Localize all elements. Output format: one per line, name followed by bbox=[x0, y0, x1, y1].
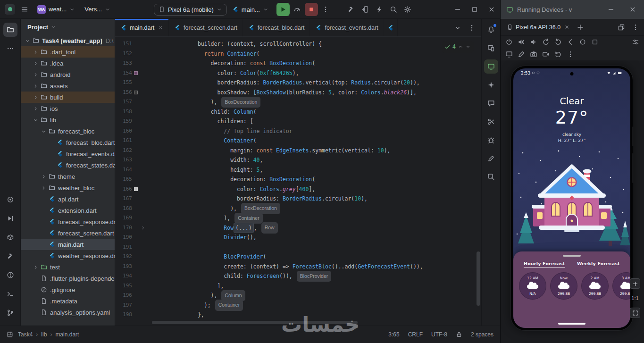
caret-position[interactable]: 3:65 bbox=[388, 331, 399, 338]
editor-tab[interactable]: forecast_screen.dart bbox=[169, 19, 243, 36]
main-menu-button[interactable] bbox=[18, 3, 31, 16]
run-button[interactable] bbox=[276, 3, 290, 16]
project-tree-item[interactable]: weather_response.dart bbox=[21, 250, 115, 261]
screenshot-button[interactable] bbox=[528, 49, 539, 59]
forecast-tab[interactable]: Hourly Forecast bbox=[524, 261, 565, 268]
rotate-right-button[interactable] bbox=[552, 37, 564, 47]
device-settings-button[interactable] bbox=[630, 37, 641, 47]
code-line[interactable]: 154color: Color(0xff664265), bbox=[115, 68, 481, 78]
project-tree-item[interactable]: .dart_tool bbox=[21, 46, 115, 58]
project-tree-item[interactable]: .flutter-plugins-dependencies bbox=[21, 273, 115, 284]
new-device-tab-button[interactable] bbox=[574, 21, 587, 34]
editor-tab[interactable]: forecast_bloc.dart bbox=[243, 19, 310, 36]
assistant-chat-button[interactable] bbox=[484, 96, 498, 110]
tree-chevron-icon[interactable] bbox=[24, 37, 32, 44]
line-number[interactable]: 196 bbox=[115, 291, 132, 301]
line-number[interactable]: 190 bbox=[115, 233, 132, 243]
project-panel-header[interactable]: Project bbox=[21, 19, 115, 35]
project-tree-item[interactable]: forecast_events.dart bbox=[21, 148, 115, 159]
project-tree-item[interactable]: forecast_states.dart bbox=[21, 159, 115, 171]
rd-minimize-button[interactable] bbox=[604, 3, 618, 16]
screen-record-button[interactable] bbox=[540, 49, 552, 59]
line-number[interactable]: 151 bbox=[115, 39, 132, 49]
line-number[interactable]: 194 bbox=[115, 271, 132, 281]
code-line[interactable]: 198}, bbox=[115, 310, 481, 320]
editor-tab[interactable] bbox=[384, 19, 398, 36]
tab-close-icon[interactable] bbox=[158, 25, 163, 30]
forecast-bottom-sheet[interactable]: Hourly ForecastWeekly Forecast 12 AMN/AN… bbox=[513, 251, 630, 328]
encoding[interactable]: UTF-8 bbox=[431, 331, 447, 338]
hidden-tabs-button[interactable] bbox=[451, 21, 464, 34]
tab-options-button[interactable] bbox=[465, 21, 478, 34]
code-line[interactable]: 163width: 40, bbox=[115, 155, 481, 165]
rd-options-button[interactable] bbox=[629, 21, 642, 34]
line-number[interactable]: 156 bbox=[115, 88, 132, 98]
line-number[interactable]: 152 bbox=[115, 49, 132, 59]
stop-button[interactable] bbox=[305, 3, 318, 16]
line-number[interactable]: 154 bbox=[115, 68, 132, 78]
code-line[interactable]: 196),Column bbox=[115, 291, 481, 301]
profiler-button[interactable] bbox=[291, 3, 304, 16]
tool-window-layout-icon[interactable] bbox=[7, 331, 13, 338]
tree-chevron-icon[interactable] bbox=[40, 184, 48, 192]
logcat-button[interactable] bbox=[484, 151, 498, 166]
line-number[interactable]: 161 bbox=[115, 136, 132, 146]
more-tool-windows-button[interactable] bbox=[3, 42, 17, 56]
tree-chevron-icon[interactable] bbox=[40, 127, 48, 135]
stylus-input-button[interactable] bbox=[516, 49, 527, 59]
home-indicator[interactable] bbox=[558, 323, 585, 325]
code-line[interactable]: 170Row(...),Row bbox=[115, 223, 481, 233]
breadcrumb-item[interactable]: Task4 bbox=[18, 331, 33, 338]
code-line[interactable]: 191 bbox=[115, 243, 481, 252]
code-line[interactable]: 153decoration: const BoxDecoration( bbox=[115, 59, 481, 68]
run-tool-button[interactable] bbox=[3, 211, 17, 226]
project-tree-item[interactable]: Task4 [weather_app]D:\ bbox=[21, 35, 115, 46]
project-tree-item[interactable]: lib bbox=[21, 114, 115, 125]
tree-chevron-icon[interactable] bbox=[32, 116, 40, 124]
code-line[interactable]: 192BlocProvider( bbox=[115, 252, 481, 262]
code-line[interactable]: 157),BoxDecoration bbox=[115, 97, 481, 107]
project-selector[interactable]: WA weat... bbox=[34, 3, 78, 16]
indent-size[interactable]: 2 spaces bbox=[471, 331, 493, 338]
color-swatch[interactable] bbox=[134, 187, 138, 191]
project-tree-item[interactable]: theme bbox=[21, 171, 115, 182]
device-selector[interactable]: Pixel 6a (mobile) bbox=[154, 4, 227, 16]
app-insights-button[interactable] bbox=[484, 133, 498, 147]
code-editor[interactable]: 151builder: (context, scrollController) … bbox=[115, 37, 481, 326]
line-number[interactable]: 158 bbox=[115, 107, 132, 117]
line-number[interactable]: 159 bbox=[115, 117, 132, 126]
line-number[interactable]: 166 bbox=[115, 184, 132, 194]
search-everywhere-button[interactable] bbox=[387, 3, 400, 16]
code-line[interactable]: 151builder: (context, scrollController) … bbox=[115, 39, 481, 49]
inspections-widget[interactable]: 4 bbox=[442, 41, 474, 53]
rotate-left-button[interactable] bbox=[540, 37, 552, 47]
line-number[interactable]: 195 bbox=[115, 281, 132, 291]
project-tree-item[interactable]: test bbox=[21, 261, 115, 273]
volume-up-button[interactable] bbox=[516, 37, 527, 47]
running-devices-button[interactable] bbox=[484, 59, 498, 74]
float-window-button[interactable] bbox=[615, 21, 628, 34]
next-problem-icon[interactable] bbox=[465, 44, 471, 50]
file-lock-indicator[interactable] bbox=[456, 331, 462, 338]
editor-tab[interactable]: forecast_events.dart bbox=[310, 19, 384, 36]
code-line[interactable]: 160// Top line indicator bbox=[115, 126, 481, 136]
project-tree-item[interactable]: ios bbox=[21, 103, 115, 114]
code-line[interactable]: 168),BoxDecoration bbox=[115, 204, 481, 214]
code-line[interactable]: 195], bbox=[115, 281, 481, 291]
line-number[interactable]: 157 bbox=[115, 97, 132, 107]
project-tree-item[interactable]: build bbox=[21, 92, 115, 103]
device-tab-close-icon[interactable] bbox=[564, 25, 569, 30]
color-swatch[interactable] bbox=[134, 71, 138, 75]
color-swatch[interactable] bbox=[134, 91, 138, 94]
tree-chevron-icon[interactable] bbox=[32, 263, 40, 271]
line-number[interactable]: 197 bbox=[115, 301, 132, 310]
line-number[interactable]: 169 bbox=[115, 213, 132, 223]
project-tree-item[interactable]: forecast_bloc.dart bbox=[21, 137, 115, 148]
project-tree-item[interactable]: .idea bbox=[21, 58, 115, 69]
zoom-fit-button[interactable] bbox=[630, 308, 640, 318]
apply-changes-button[interactable] bbox=[373, 3, 386, 16]
forecast-tab[interactable]: Weekly Forecast bbox=[577, 261, 620, 268]
version-control-tool-button[interactable] bbox=[3, 306, 17, 320]
line-number[interactable]: 164 bbox=[115, 165, 132, 175]
tree-chevron-icon[interactable] bbox=[32, 59, 40, 67]
